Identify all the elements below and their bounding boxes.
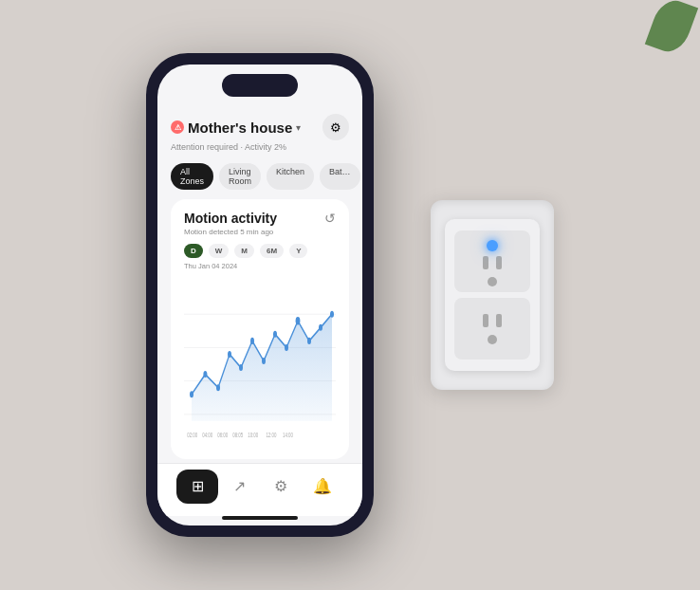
tab-kitchen[interactable]: Kitchen (267, 163, 314, 190)
nav-activity[interactable]: ↗ (218, 470, 260, 504)
phone: ⚠ Mother's house ▾ ⚙ Attention required … (146, 53, 374, 537)
house-title: Mother's house (188, 120, 292, 136)
nav-home[interactable]: ⊞ (176, 470, 218, 504)
svg-point-12 (285, 344, 288, 351)
wall-plate (431, 200, 554, 390)
svg-point-4 (190, 391, 193, 397)
slot-right-bottom (496, 314, 502, 327)
outlet-led (487, 240, 498, 251)
header-subtitle: Attention required · Activity 2% (171, 142, 349, 152)
time-btn-d[interactable]: D (184, 244, 203, 258)
time-btn-w[interactable]: W (209, 244, 230, 258)
slot-left-top (483, 256, 488, 269)
zone-tabs: All Zones Living Room Kitchen Bat… (157, 157, 362, 195)
slot-left-bottom (483, 314, 488, 327)
time-btn-6m[interactable]: 6M (260, 244, 284, 258)
svg-point-9 (250, 338, 254, 344)
outlet-slots-bottom (483, 314, 502, 327)
header-row: ⚠ Mother's house ▾ ⚙ (171, 114, 349, 140)
slot-right-top (496, 256, 502, 269)
app-header: ⚠ Mother's house ▾ ⚙ Attention required … (157, 106, 362, 157)
smart-plug-container (431, 200, 554, 390)
motion-chart: 02:00 04:00 06:00 08:05 10:00 12:00 14:0… (184, 274, 336, 448)
motion-header: Motion activity ↺ (184, 211, 336, 226)
svg-text:14:00: 14:00 (283, 430, 293, 438)
time-btn-m[interactable]: M (234, 244, 254, 258)
svg-point-15 (319, 324, 322, 331)
motion-subtitle: Motion detected 5 min ago (184, 228, 336, 236)
app-content: ⚠ Mother's house ▾ ⚙ Attention required … (157, 106, 362, 525)
chevron-down-icon[interactable]: ▾ (296, 122, 301, 133)
history-icon[interactable]: ↺ (324, 211, 336, 226)
svg-point-8 (239, 364, 243, 371)
svg-point-16 (330, 311, 334, 318)
outlet-bottom (454, 298, 530, 360)
nav-settings[interactable]: ⚙ (260, 470, 302, 504)
home-indicator (222, 516, 298, 520)
svg-point-10 (262, 358, 266, 364)
motion-title: Motion activity (184, 211, 277, 226)
tab-bat[interactable]: Bat… (320, 163, 360, 190)
phone-screen: ⚠ Mother's house ▾ ⚙ Attention required … (157, 65, 362, 525)
svg-point-5 (203, 371, 207, 378)
settings-button[interactable]: ⚙ (322, 114, 349, 140)
scene: ⚠ Mother's house ▾ ⚙ Attention required … (0, 0, 700, 590)
decorative-leaf (645, 0, 698, 57)
outlet-slots-top (483, 256, 502, 269)
plug-body (445, 219, 540, 371)
outlet-top (454, 230, 530, 292)
tab-all-zones[interactable]: All Zones (171, 163, 213, 190)
svg-text:02:00: 02:00 (187, 430, 197, 438)
svg-text:06:00: 06:00 (217, 430, 228, 438)
svg-point-6 (216, 384, 220, 391)
header-title-group: ⚠ Mother's house ▾ (171, 120, 301, 136)
time-btn-y[interactable]: Y (289, 244, 307, 258)
alert-icon: ⚠ (171, 120, 184, 134)
svg-point-7 (228, 351, 231, 358)
svg-text:12:00: 12:00 (266, 430, 276, 438)
date-label: Thu Jan 04 2024 (184, 262, 336, 270)
svg-point-13 (296, 317, 301, 324)
bottom-nav: ⊞ ↗ ⚙ 🔔 (157, 463, 362, 516)
svg-text:08:05: 08:05 (232, 430, 243, 438)
tab-living-room[interactable]: Living Room (219, 163, 261, 190)
dynamic-island (222, 74, 298, 97)
motion-activity-card: Motion activity ↺ Motion detected 5 min … (171, 199, 349, 459)
chart-svg: 02:00 04:00 06:00 08:05 10:00 12:00 14:0… (184, 274, 336, 448)
outlet-face-top (488, 277, 497, 286)
time-range-selector: D W M 6M Y (184, 244, 336, 258)
svg-text:04:00: 04:00 (202, 430, 212, 438)
svg-text:10:00: 10:00 (248, 430, 258, 438)
outlet-face-bottom (488, 335, 497, 344)
nav-notifications[interactable]: 🔔 (302, 470, 343, 504)
svg-point-11 (273, 331, 277, 338)
svg-point-14 (307, 338, 311, 344)
